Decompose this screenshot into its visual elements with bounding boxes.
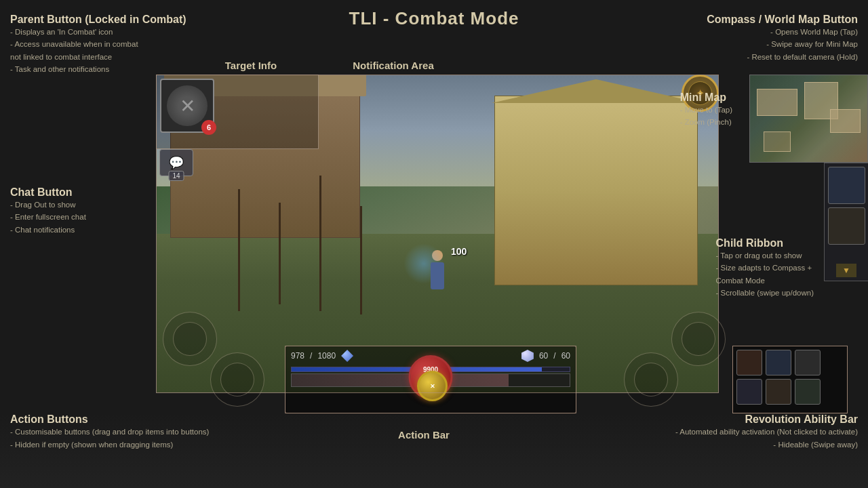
mana-max: 1080 <box>317 351 336 361</box>
child-ribbon[interactable]: ▼ <box>824 163 868 281</box>
action-buttons-title: Action Buttons <box>10 413 209 426</box>
annotation-compass: Compass / World Map Button - Opens World… <box>707 14 858 63</box>
rev-ability-1[interactable] <box>736 350 762 375</box>
child-ribbon-title: Child Ribbon <box>716 237 814 249</box>
minimap[interactable] <box>749 75 868 163</box>
xp-bar-fill <box>292 374 509 386</box>
compass-title: Compass / World Map Button <box>707 14 858 26</box>
chat-title: Chat Button <box>10 186 86 199</box>
expand-icon: ▼ <box>842 266 850 275</box>
joystick-left-inner[interactable] <box>173 322 207 356</box>
joystick-right-2-inner[interactable] <box>634 363 668 396</box>
tree-3 <box>319 176 321 311</box>
notification-area-label: Notification Area <box>326 60 461 71</box>
revolution-title: Revolution Ability Bar <box>675 413 858 426</box>
target-badge: 6 <box>201 120 216 135</box>
action-bar-label: Action Bar <box>380 429 468 441</box>
revolution-ability-bar <box>732 346 848 413</box>
ribbon-expand-button[interactable]: ▼ <box>836 264 856 277</box>
joystick-left-2-inner[interactable] <box>220 363 254 396</box>
mana-value: 978 <box>291 351 304 361</box>
annotation-action-buttons: Action Buttons - Customisable buttons (d… <box>10 413 209 451</box>
annotation-chat: Chat Button - Drag Out to show - Enter f… <box>10 186 86 236</box>
secondary-separator: / <box>553 351 555 361</box>
annotation-parent-button: Parent Button (Locked in Combat) - Displ… <box>10 14 186 76</box>
rev-abilities-grid <box>733 346 847 408</box>
compass-body: - Opens World Map (Tap) - Swipe away for… <box>707 26 858 63</box>
mana-gem-icon <box>341 350 353 362</box>
child-ribbon-body: - Tap or drag out to show - Size adapts … <box>716 249 814 300</box>
parent-button-body: - Displays an 'In Combat' icon - Access … <box>10 26 186 76</box>
target-info-label: Target Info <box>203 60 298 71</box>
annotation-child-ribbon: Child Ribbon - Tap or drag out to show -… <box>716 237 814 300</box>
rev-ability-4[interactable] <box>736 379 762 405</box>
revolution-body: - Automated ability activation (Not clic… <box>675 426 858 451</box>
action-buttons-body: - Customisable buttons (drag and drop it… <box>10 426 209 451</box>
xp-orb[interactable]: ✕ <box>417 371 448 401</box>
minimap-building-1 <box>757 89 797 116</box>
joystick-right-inner[interactable] <box>682 322 715 356</box>
secondary-value: 60 <box>539 351 548 361</box>
rev-ability-3[interactable] <box>795 350 821 375</box>
action-buttons-left <box>156 305 285 413</box>
page-title: TLI - Combat Mode <box>349 8 519 29</box>
chat-badge: 14 <box>168 171 184 181</box>
parent-button-title: Parent Button (Locked in Combat) <box>10 14 186 26</box>
action-buttons-right <box>604 305 732 413</box>
minimap-building-4 <box>764 131 791 152</box>
xp-orb-icon: ✕ <box>430 383 435 390</box>
secondary-shield-icon <box>521 350 534 362</box>
secondary-max: 60 <box>561 351 570 361</box>
combat-icon: ✕ <box>167 85 208 126</box>
annotation-revolution: Revolution Ability Bar - Automated abili… <box>675 413 858 451</box>
rev-ability-6[interactable] <box>795 379 821 405</box>
damage-number: 100 <box>451 246 467 257</box>
target-info-box: ✕ 6 <box>156 75 319 149</box>
tree-1 <box>238 189 240 311</box>
ribbon-item-2[interactable] <box>828 207 865 245</box>
annotation-minimap: Mini Map - Move to (Tap) - Zoom (Pinch) <box>680 92 732 129</box>
chat-icon: 💬 <box>169 155 184 170</box>
building-right <box>494 96 698 285</box>
rev-ability-5[interactable] <box>766 379 791 405</box>
combat-character <box>417 250 458 304</box>
rev-ability-2[interactable] <box>766 350 791 375</box>
tree-4 <box>360 206 362 314</box>
chat-body: - Drag Out to show - Enter fullscreen ch… <box>10 199 86 236</box>
minimap-body: - Move to (Tap) - Zoom (Pinch) <box>680 104 732 129</box>
char-body <box>431 262 444 289</box>
tree-2 <box>279 203 281 304</box>
mana-separator: / <box>310 351 312 361</box>
minimap-building-3 <box>830 109 861 133</box>
target-avatar[interactable]: ✕ 6 <box>160 79 214 133</box>
minimap-title: Mini Map <box>680 92 732 104</box>
chat-button[interactable]: 💬 14 <box>159 149 193 176</box>
ribbon-item-1[interactable] <box>828 167 865 204</box>
